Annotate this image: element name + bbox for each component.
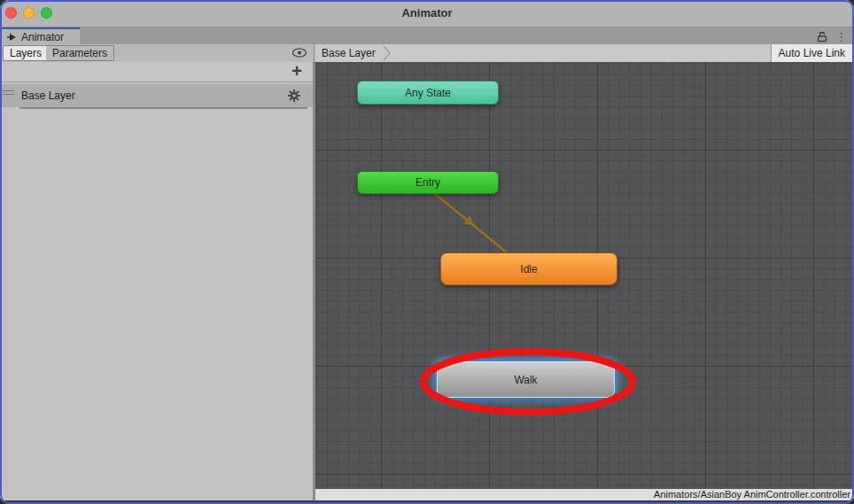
drag-handle-icon[interactable] <box>3 90 14 97</box>
tab-layers[interactable]: Layers <box>3 45 49 61</box>
window-title: Animator <box>0 6 854 19</box>
animator-icon <box>6 32 18 43</box>
auto-live-link-button[interactable]: Auto Live Link <box>771 44 852 62</box>
tab-animator-label: Animator <box>21 31 64 43</box>
toolbar: Layers Parameters Base Layer <box>0 44 854 62</box>
layer-weight-slider[interactable] <box>19 107 307 109</box>
layer-list-header: + <box>0 62 313 82</box>
title-bar[interactable]: Animator <box>0 0 854 27</box>
dock-tab-strip: Animator ⋮ <box>0 27 854 44</box>
eye-icon[interactable] <box>291 47 307 58</box>
state-node-idle[interactable]: Idle <box>440 252 617 285</box>
window-bottom-edge <box>0 500 854 504</box>
tab-parameters[interactable]: Parameters <box>46 45 114 61</box>
left-panel-toolbar: Layers Parameters <box>0 44 314 62</box>
status-bar: Animators/AsianBoy AnimController.contro… <box>315 489 854 500</box>
state-machine-graph[interactable]: Any State Entry Idle Walk <box>315 62 854 489</box>
unlock-icon[interactable] <box>817 31 827 43</box>
layers-panel: + Base Layer <box>0 62 313 500</box>
state-node-walk-selected[interactable]: Walk <box>437 361 615 398</box>
chevron-right-icon <box>383 45 392 61</box>
breadcrumb[interactable]: Base Layer <box>322 44 392 62</box>
animator-window: Animator Animator ⋮ Layers <box>0 0 854 504</box>
state-node-any-state[interactable]: Any State <box>357 81 499 105</box>
graph-toolbar: Base Layer Auto Live Link <box>315 44 854 62</box>
state-node-entry[interactable]: Entry <box>357 171 499 194</box>
breadcrumb-label: Base Layer <box>322 47 376 59</box>
tab-animator[interactable]: Animator <box>2 27 80 45</box>
controller-path: Animators/AsianBoy AnimController.contro… <box>654 489 850 500</box>
kebab-menu-icon[interactable]: ⋮ <box>835 31 847 43</box>
layer-row-base-layer[interactable]: Base Layer <box>0 84 313 107</box>
add-layer-button[interactable]: + <box>291 61 302 81</box>
layer-name: Base Layer <box>21 89 75 102</box>
gear-icon[interactable] <box>288 89 300 102</box>
